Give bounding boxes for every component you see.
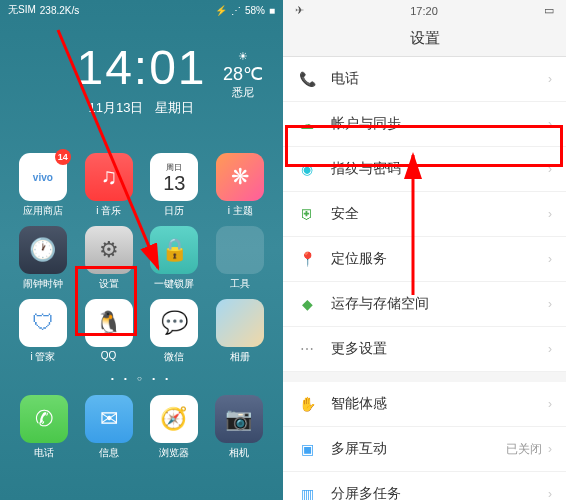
bluetooth-icon: ⚡ [215, 5, 227, 16]
app-calendar[interactable]: 周日13日历 [144, 153, 206, 218]
row-more-settings[interactable]: ⋯更多设置› [283, 327, 566, 372]
status-value: 已关闭 [506, 441, 542, 458]
chevron-right-icon: › [548, 297, 552, 311]
battery-pct: 58% [245, 5, 265, 16]
city: 悉尼 [223, 85, 263, 100]
section-separator [283, 372, 566, 382]
sun-icon: ☀ [223, 50, 263, 63]
chevron-right-icon: › [548, 342, 552, 356]
more-icon: ⋯ [297, 339, 317, 359]
app-theme[interactable]: ❋i 主题 [209, 153, 271, 218]
clock-widget[interactable]: 14:01 11月13日 星期日 ☀ 28℃ 悉尼 [0, 40, 283, 117]
dock-camera[interactable]: 📷相机 [215, 395, 263, 460]
chevron-right-icon: › [548, 487, 552, 500]
storage-icon: ◆ [297, 294, 317, 314]
chevron-right-icon: › [548, 252, 552, 266]
chevron-right-icon: › [548, 72, 552, 86]
dock-messages[interactable]: ✉信息 [85, 395, 133, 460]
app-clock[interactable]: 🕐闹钟时钟 [12, 226, 74, 291]
dock: ✆电话 ✉信息 🧭浏览器 📷相机 [0, 387, 283, 472]
net-speed: 238.2K/s [40, 5, 79, 16]
row-phone[interactable]: 📞电话› [283, 57, 566, 102]
app-grid: vivo14应用商店 ♫i 音乐 周日13日历 ❋i 主题 🕐闹钟时钟 ⚙设置 … [0, 145, 283, 372]
row-storage[interactable]: ◆运存与存储空间› [283, 282, 566, 327]
row-multiscreen[interactable]: ▣多屏互动已关闭› [283, 427, 566, 472]
row-splitscreen[interactable]: ▥分屏多任务› [283, 472, 566, 500]
dock-browser[interactable]: 🧭浏览器 [150, 395, 198, 460]
home-screen: 无SIM 238.2K/s ⚡ ⋰ 58% ■ 14:01 11月13日 星期日… [0, 0, 283, 500]
page-title: 设置 [283, 21, 566, 57]
app-store[interactable]: vivo14应用商店 [12, 153, 74, 218]
sim-status: 无SIM [8, 3, 36, 17]
shield-icon: ⛨ [297, 204, 317, 224]
chevron-right-icon: › [548, 442, 552, 456]
app-wechat[interactable]: 💬微信 [144, 299, 206, 364]
weekday: 星期日 [155, 99, 194, 117]
airplane-icon: ✈ [295, 4, 304, 17]
temperature: 28℃ [223, 63, 263, 85]
time: 17:20 [410, 5, 438, 17]
battery-icon: ■ [269, 5, 275, 16]
row-security[interactable]: ⛨安全› [283, 192, 566, 237]
signal-icon: ⋰ [231, 5, 241, 16]
weather-widget[interactable]: ☀ 28℃ 悉尼 [223, 50, 263, 100]
settings-screen: ✈ 17:20 ▭ 设置 📞电话› ☁帐户与同步› ◉指纹与密码› ⛨安全› 📍… [283, 0, 566, 500]
annotation-highlight-settings [75, 266, 137, 336]
settings-list: 📞电话› ☁帐户与同步› ◉指纹与密码› ⛨安全› 📍定位服务› ◆运存与存储空… [283, 57, 566, 372]
app-guard[interactable]: 🛡i 管家 [12, 299, 74, 364]
page-indicator: • • ○ • • [0, 374, 283, 383]
location-icon: 📍 [297, 249, 317, 269]
chevron-right-icon: › [548, 397, 552, 411]
battery-icon: ▭ [544, 4, 554, 17]
status-bar: 无SIM 238.2K/s ⚡ ⋰ 58% ■ [0, 0, 283, 20]
app-album[interactable]: 相册 [209, 299, 271, 364]
row-smart-motion[interactable]: ✋智能体感› [283, 382, 566, 427]
dock-phone[interactable]: ✆电话 [20, 395, 68, 460]
annotation-highlight-fingerprint [285, 125, 563, 167]
row-location[interactable]: 📍定位服务› [283, 237, 566, 282]
app-lockscreen[interactable]: 🔒一键锁屏 [144, 226, 206, 291]
app-music[interactable]: ♫i 音乐 [78, 153, 140, 218]
split-icon: ▥ [297, 484, 317, 500]
badge: 14 [55, 149, 71, 165]
date: 11月13日 [89, 99, 144, 117]
status-bar: ✈ 17:20 ▭ [283, 0, 566, 21]
settings-list-2: ✋智能体感› ▣多屏互动已关闭› ▥分屏多任务› ☝单手操作› ✂超级截屏› [283, 382, 566, 500]
app-tools[interactable]: 工具 [209, 226, 271, 291]
motion-icon: ✋ [297, 394, 317, 414]
phone-icon: 📞 [297, 69, 317, 89]
cast-icon: ▣ [297, 439, 317, 459]
chevron-right-icon: › [548, 207, 552, 221]
